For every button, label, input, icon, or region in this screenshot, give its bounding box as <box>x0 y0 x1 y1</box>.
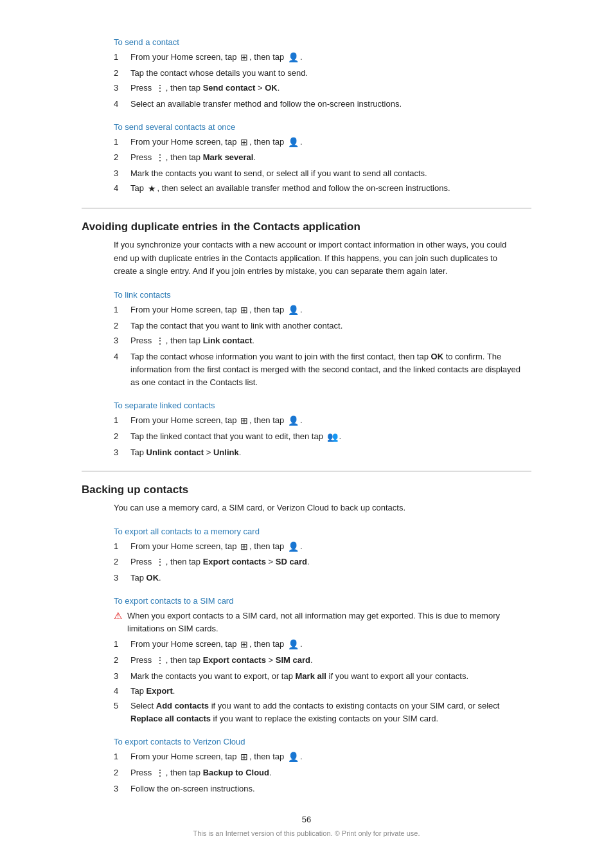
export-verizon-cloud-steps: 1 From your Home screen, tap ⊞, then tap… <box>82 750 531 795</box>
export-memory-card-subsection: To export all contacts to a memory card … <box>82 527 531 585</box>
warning-icon: ⚠ <box>114 610 122 622</box>
list-item: 4 Select an available transfer method an… <box>82 98 531 111</box>
export-verizon-cloud-subsection: To export contacts to Verizon Cloud 1 Fr… <box>82 737 531 795</box>
person-icon: 👤 <box>288 540 299 554</box>
person-icon: 👤 <box>288 750 299 764</box>
backing-up-contacts-section: Backing up contacts You can use a memory… <box>82 471 531 795</box>
export-sim-card-title: To export contacts to a SIM card <box>82 596 531 606</box>
menu-icon: ⋮ <box>155 766 164 781</box>
list-item: 2 Tap the contact whose details you want… <box>82 67 531 80</box>
list-item: 4 Tap Export. <box>82 685 531 698</box>
list-item: 2 Press ⋮, then tap Export contacts > SI… <box>82 654 531 668</box>
warning-text: When you export contacts to a SIM card, … <box>127 610 531 635</box>
footer-text: This is an Internet version of this publ… <box>82 829 531 837</box>
send-several-contacts-steps: 1 From your Home screen, tap ⊞, then tap… <box>82 136 531 196</box>
separate-linked-contacts-subsection: To separate linked contacts 1 From your … <box>82 401 531 459</box>
backing-up-contacts-desc: You can use a memory card, a SIM card, o… <box>82 502 531 515</box>
menu-icon: ⋮ <box>155 654 164 668</box>
person-icon: 👤 <box>288 136 299 150</box>
list-item: 3 Mark the contacts you want to export, … <box>82 670 531 683</box>
separate-linked-contacts-steps: 1 From your Home screen, tap ⊞, then tap… <box>82 414 531 459</box>
list-item: 3 Mark the contacts you want to send, or… <box>82 167 531 180</box>
person-icon: 👤 <box>288 303 299 318</box>
page-number: 56 <box>82 815 531 824</box>
send-contact-title: To send a contact <box>82 37 531 47</box>
menu-icon: ⋮ <box>155 556 164 570</box>
send-contact-section: To send a contact 1 From your Home scree… <box>82 37 531 111</box>
list-item: 3 Press ⋮, then tap Link contact. <box>82 334 531 348</box>
menu-icon: ⋮ <box>155 334 164 348</box>
page-content: To send a contact 1 From your Home scree… <box>82 0 531 863</box>
list-item: 2 Tap the contact that you want to link … <box>82 320 531 332</box>
avoid-duplicates-section: Avoiding duplicate entries in the Contac… <box>82 208 531 459</box>
linked-person-icon: 👥 <box>327 430 338 444</box>
grid-icon: ⊞ <box>240 51 248 65</box>
menu-icon: ⋮ <box>155 151 164 165</box>
export-sim-card-steps: 1 From your Home screen, tap ⊞, then tap… <box>82 638 531 725</box>
send-contact-steps: 1 From your Home screen, tap ⊞, then tap… <box>82 51 531 111</box>
grid-icon: ⊞ <box>240 540 248 554</box>
list-item: 1 From your Home screen, tap ⊞, then tap… <box>82 638 531 652</box>
share-icon: ★ <box>148 182 156 196</box>
export-memory-card-title: To export all contacts to a memory card <box>82 527 531 536</box>
grid-icon: ⊞ <box>240 414 248 428</box>
menu-icon: ⋮ <box>155 82 164 96</box>
list-item: 2 Press ⋮, then tap Backup to Cloud. <box>82 766 531 781</box>
avoid-duplicates-title: Avoiding duplicate entries in the Contac… <box>82 208 531 233</box>
link-contacts-subsection: To link contacts 1 From your Home screen… <box>82 290 531 389</box>
sim-card-warning: ⚠ When you export contacts to a SIM card… <box>82 610 531 635</box>
avoid-duplicates-desc: If you synchronize your contacts with a … <box>82 239 531 278</box>
person-icon: 👤 <box>288 638 299 652</box>
grid-icon: ⊞ <box>240 638 248 652</box>
list-item: 2 Press ⋮, then tap Mark several. <box>82 151 531 165</box>
list-item: 3 Tap Unlink contact > Unlink. <box>82 446 531 459</box>
grid-icon: ⊞ <box>240 750 248 764</box>
list-item: 1 From your Home screen, tap ⊞, then tap… <box>82 414 531 428</box>
backing-up-contacts-title: Backing up contacts <box>82 471 531 496</box>
list-item: 2 Press ⋮, then tap Export contacts > SD… <box>82 556 531 570</box>
send-several-contacts-title: To send several contacts at once <box>82 122 531 132</box>
list-item: 3 Tap OK. <box>82 572 531 584</box>
list-item: 4 Tap the contact whose information you … <box>82 350 531 389</box>
list-item: 3 Press ⋮, then tap Send contact > OK. <box>82 82 531 96</box>
list-item: 1 From your Home screen, tap ⊞, then tap… <box>82 303 531 318</box>
link-contacts-title: To link contacts <box>82 290 531 300</box>
link-contacts-steps: 1 From your Home screen, tap ⊞, then tap… <box>82 303 531 389</box>
export-sim-card-subsection: To export contacts to a SIM card ⚠ When … <box>82 596 531 725</box>
list-item: 5 Select Add contacts if you want to add… <box>82 700 531 725</box>
list-item: 4 Tap ★, then select an available transf… <box>82 182 531 196</box>
grid-icon: ⊞ <box>240 136 248 150</box>
person-icon: 👤 <box>288 51 299 65</box>
separate-linked-contacts-title: To separate linked contacts <box>82 401 531 410</box>
list-item: 1 From your Home screen, tap ⊞, then tap… <box>82 136 531 150</box>
list-item: 2 Tap the linked contact that you want t… <box>82 430 531 444</box>
list-item: 1 From your Home screen, tap ⊞, then tap… <box>82 540 531 554</box>
export-memory-card-steps: 1 From your Home screen, tap ⊞, then tap… <box>82 540 531 585</box>
list-item: 1 From your Home screen, tap ⊞, then tap… <box>82 750 531 764</box>
export-verizon-cloud-title: To export contacts to Verizon Cloud <box>82 737 531 746</box>
send-several-contacts-section: To send several contacts at once 1 From … <box>82 122 531 196</box>
grid-icon: ⊞ <box>240 303 248 318</box>
list-item: 3 Follow the on-screen instructions. <box>82 782 531 795</box>
list-item: 1 From your Home screen, tap ⊞, then tap… <box>82 51 531 65</box>
person-icon: 👤 <box>288 414 299 428</box>
